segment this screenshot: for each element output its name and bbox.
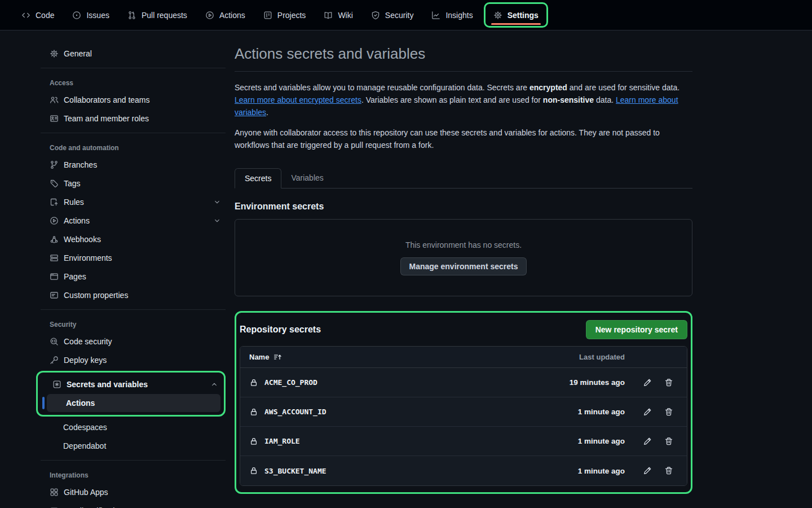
secret-name-cell: ACME_CO_PROD — [249, 378, 563, 387]
id-badge-icon — [50, 114, 59, 123]
sidebar-subitem-label: Codespaces — [63, 423, 107, 432]
edit-secret-button[interactable] — [638, 403, 656, 421]
sidebar-item-label: Environments — [64, 253, 221, 262]
gear-icon — [493, 11, 502, 20]
secrets-variables-tabs: Secrets Variables — [235, 168, 692, 189]
manage-environment-secrets-button[interactable]: Manage environment secrets — [400, 257, 527, 275]
nav-tab-label: Code — [36, 11, 54, 20]
delete-secret-button[interactable] — [660, 374, 678, 392]
secret-row-iam-role: IAM_ROLE1 minute ago — [240, 427, 687, 456]
sidebar-item-deploy-keys[interactable]: Deploy keys — [36, 351, 226, 369]
sidebar-item-tags[interactable]: Tags — [36, 174, 226, 192]
codescan-icon — [50, 337, 59, 346]
sidebar-item-webhooks[interactable]: Webhooks — [36, 230, 226, 248]
intro-text: . — [266, 108, 268, 117]
pencil-icon — [643, 437, 652, 446]
nav-tab-insights[interactable]: Insights — [424, 0, 480, 30]
link-learn-encrypted-secrets[interactable]: Learn more about encrypted secrets — [235, 95, 361, 104]
sidebar-item-github-apps[interactable]: GitHub Apps — [36, 483, 226, 501]
sidebar-item-pages[interactable]: Pages — [36, 268, 226, 286]
delete-secret-button[interactable] — [660, 462, 678, 480]
sidebar-section-integrations: Integrations — [36, 466, 226, 483]
branch-icon — [50, 160, 59, 169]
nav-tab-pull-requests[interactable]: Pull requests — [120, 0, 195, 30]
sidebar-subitem-actions[interactable]: Actions — [47, 394, 220, 412]
sidebar-item-branches[interactable]: Branches — [36, 156, 226, 174]
nav-tab-label: Security — [385, 11, 414, 20]
edit-secret-button[interactable] — [638, 462, 656, 480]
sidebar-item-label: Deploy keys — [64, 356, 221, 365]
active-tab-underline — [491, 23, 541, 25]
lock-icon — [249, 437, 258, 446]
tab-variables[interactable]: Variables — [281, 168, 333, 188]
play-icon — [205, 11, 214, 20]
trash-icon — [664, 408, 673, 417]
browser-icon — [50, 272, 59, 281]
edit-secret-button[interactable] — [638, 374, 656, 392]
nav-tab-security[interactable]: Security — [364, 0, 421, 30]
sidebar-divider — [41, 133, 226, 133]
sidebar-item-secrets-and-variables[interactable]: Secrets and variables — [39, 375, 223, 393]
nav-tab-wiki[interactable]: Wiki — [316, 0, 360, 30]
repository-secrets-highlight-box: Repository secrets New repository secret… — [235, 311, 692, 494]
sidebar-item-general[interactable]: General — [36, 45, 226, 63]
delete-secret-button[interactable] — [660, 432, 678, 450]
code-icon — [21, 11, 30, 20]
sidebar-item-label: Code security — [64, 337, 221, 346]
sidebar-item-label: Collaborators and teams — [64, 95, 221, 104]
intro-text: Secrets and variables allow you to manag… — [235, 83, 529, 92]
secret-name: ACME_CO_PROD — [264, 378, 317, 387]
play-icon — [50, 216, 59, 225]
sidebar-item-email-notifications[interactable]: Email notifications — [36, 502, 226, 508]
environment-secrets-card: This environment has no secrets. Manage … — [235, 219, 692, 296]
sidebar-item-team-and-member-roles[interactable]: Team and member roles — [36, 110, 226, 128]
repository-secrets-header: Repository secrets New repository secret — [238, 319, 687, 346]
sidebar-divider — [41, 309, 226, 310]
secret-row-s3-bucket-name: S3_BUCKET_NAME1 minute ago — [240, 456, 687, 485]
nav-tab-issues[interactable]: Issues — [65, 0, 116, 30]
nav-tab-actions[interactable]: Actions — [198, 0, 253, 30]
edit-secret-button[interactable] — [638, 432, 656, 450]
sidebar-subitem-codespaces[interactable]: Codespaces — [44, 418, 223, 436]
sidebar-divider — [41, 68, 226, 68]
sidebar-item-rules[interactable]: Rules — [36, 193, 226, 211]
sidebar-item-actions[interactable]: Actions — [36, 212, 226, 230]
sidebar-item-environments[interactable]: Environments — [36, 249, 226, 267]
intro-bold-encrypted: encrypted — [529, 83, 567, 92]
webhook-icon — [50, 235, 59, 244]
secret-name: S3_BUCKET_NAME — [264, 467, 326, 475]
name-column-header[interactable]: Name — [249, 353, 563, 361]
gear-icon — [50, 49, 59, 58]
sidebar-item-label: Team and member roles — [64, 114, 221, 123]
trash-icon — [664, 378, 673, 387]
sidebar-item-collaborators-and-teams[interactable]: Collaborators and teams — [36, 91, 226, 109]
secret-last-updated: 19 minutes ago — [563, 378, 625, 387]
chevron-down-icon — [213, 217, 221, 225]
sidebar-item-label: Secrets and variables — [67, 380, 205, 389]
nav-tab-settings[interactable]: Settings — [484, 2, 548, 28]
project-icon — [263, 11, 272, 20]
nav-tab-label: Pull requests — [142, 11, 187, 20]
people-icon — [50, 95, 59, 104]
nav-tab-code[interactable]: Code — [14, 0, 61, 30]
new-repository-secret-button[interactable]: New repository secret — [586, 320, 687, 339]
chevron-up-icon — [210, 380, 218, 388]
secret-name: IAM_ROLE — [264, 437, 300, 445]
lock-icon — [249, 408, 258, 417]
intro-text: and are used for sensitive data. — [567, 83, 679, 92]
sidebar-item-label: Branches — [64, 160, 221, 169]
nav-tab-projects[interactable]: Projects — [256, 0, 314, 30]
sidebar-item-code-security[interactable]: Code security — [36, 332, 226, 351]
repository-secrets-table: Name Last updated ACME_CO_PROD19 minutes… — [240, 346, 687, 486]
delete-secret-button[interactable] — [660, 403, 678, 421]
settings-content: Actions secrets and variables Secrets an… — [235, 41, 692, 494]
sidebar-subitem-dependabot[interactable]: Dependabot — [44, 437, 223, 455]
environment-empty-message: This environment has no secrets. — [405, 240, 522, 249]
sidebar-item-label: General — [64, 49, 221, 58]
intro-text: data. — [594, 95, 616, 104]
tab-secrets[interactable]: Secrets — [235, 168, 281, 189]
intro-bold-non-sensitive: non-sensitive — [543, 95, 594, 104]
environment-secrets-heading: Environment secrets — [235, 202, 692, 212]
nav-tab-label: Projects — [277, 11, 306, 20]
sidebar-item-custom-properties[interactable]: Custom properties — [36, 286, 226, 304]
